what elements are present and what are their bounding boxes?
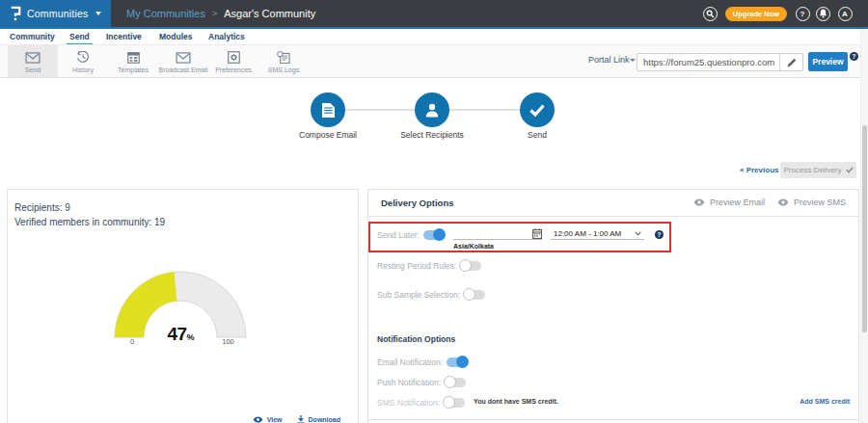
- gauge-value: 47%: [106, 325, 256, 347]
- eye-icon: [693, 198, 705, 206]
- templates-grid-icon: [127, 50, 140, 64]
- toolbar-preferences-label: Preferences: [215, 66, 252, 73]
- preview-help-icon[interactable]: ?: [850, 52, 858, 61]
- previous-link[interactable]: « Previous: [740, 166, 778, 174]
- portal-url-box: [637, 53, 803, 71]
- sms-notification-row: SMS Notification:: [377, 396, 465, 409]
- upgrade-now-button[interactable]: Upgrade Now: [725, 7, 787, 21]
- view-link[interactable]: View: [253, 415, 283, 423]
- toolbar-sms-logs-label: SMS Logs: [268, 66, 299, 73]
- portal-url-input[interactable]: [637, 57, 779, 67]
- send-later-label: Send Later:: [377, 230, 420, 240]
- verified-members-count: Verified members in community: 19: [14, 217, 165, 227]
- avatar: A: [842, 10, 848, 18]
- step-label-compose-email: Compose Email: [270, 130, 386, 140]
- delivery-options-header: Delivery Options Preview Email Preview S…: [367, 189, 859, 217]
- toolbar-preferences-button[interactable]: Preferences: [208, 45, 258, 77]
- preview-button[interactable]: Preview: [808, 52, 848, 71]
- resting-period-toggle[interactable]: [460, 261, 481, 271]
- panel-divider: [367, 419, 859, 420]
- toolbar-templates-label: Templates: [118, 66, 149, 73]
- help-button[interactable]: ?: [796, 7, 810, 21]
- step-send[interactable]: [520, 93, 555, 127]
- sms-notification-toggle[interactable]: [444, 398, 465, 408]
- preview-email-link[interactable]: Preview Email: [693, 198, 765, 207]
- preview-sms-label: Preview SMS: [794, 198, 846, 207]
- stepper-connector: [449, 109, 520, 111]
- toolbar-send-button[interactable]: Send: [8, 45, 58, 77]
- bell-icon: [819, 9, 827, 18]
- nav-tab-modules[interactable]: Modules: [156, 32, 195, 43]
- toolbar-broadcast-email-button[interactable]: Broadcast Email: [158, 45, 208, 77]
- search-icon: [706, 10, 715, 18]
- toolbar-history-label: History: [72, 66, 94, 73]
- sms-logs-icon: [277, 50, 290, 64]
- gauge-value-number: 47: [167, 324, 186, 344]
- document-icon: [321, 102, 336, 119]
- product-switcher[interactable]: Communities: [0, 0, 111, 27]
- send-later-date-input[interactable]: [453, 227, 542, 240]
- toolbar-sms-logs-button[interactable]: SMS Logs: [258, 45, 309, 77]
- time-range-select[interactable]: 12:00 AM - 1:00 AM: [551, 227, 644, 240]
- stepper-connector: [345, 109, 415, 111]
- sub-sample-row: Sub Sample Selection:: [377, 288, 485, 301]
- toggle-knob: [433, 228, 446, 241]
- send-toolbar: Send History Templates Broadcast Email P…: [0, 44, 868, 78]
- step-select-recipients[interactable]: [415, 93, 449, 127]
- resting-period-row: Resting Period Rules:: [377, 259, 481, 272]
- resting-period-label: Resting Period Rules:: [377, 261, 456, 271]
- portal-link-dropdown[interactable]: Portal Link: [588, 55, 630, 65]
- broadcast-envelope-icon: [176, 50, 191, 64]
- search-button[interactable]: [703, 7, 718, 21]
- chevron-down-icon: [630, 59, 636, 62]
- eye-icon: [253, 416, 263, 423]
- push-notification-row: Push Notification:: [377, 376, 466, 388]
- step-label-send: Send: [479, 130, 595, 140]
- toolbar-broadcast-email-label: Broadcast Email: [159, 66, 208, 73]
- nav-tab-incentive[interactable]: Incentive: [103, 32, 145, 43]
- download-link[interactable]: Download: [297, 415, 340, 423]
- nav-tab-analytics[interactable]: Analytics: [205, 32, 248, 43]
- product-name: Communities: [27, 8, 88, 19]
- process-delivery-label: Process Delivery: [783, 166, 841, 174]
- push-notification-label: Push Notification:: [377, 378, 441, 387]
- add-sms-credit-link[interactable]: Add SMS credit: [800, 398, 850, 405]
- preview-email-label: Preview Email: [710, 198, 765, 207]
- page-scrollbar-thumb[interactable]: [862, 125, 867, 332]
- toolbar-history-button[interactable]: History: [58, 45, 108, 77]
- nav-tab-send[interactable]: Send: [67, 32, 93, 45]
- send-later-toggle[interactable]: [423, 230, 445, 240]
- check-icon: [846, 167, 854, 173]
- view-label: View: [267, 416, 283, 423]
- timezone-label: Asia/Kolkata: [453, 243, 494, 250]
- account-button[interactable]: A: [838, 7, 853, 21]
- history-clock-icon: [76, 50, 90, 64]
- toggle-knob: [463, 288, 475, 301]
- sms-notification-label: SMS Notification:: [377, 398, 440, 408]
- questionpro-logo-icon: [10, 5, 21, 23]
- sms-credit-note: You dont have SMS credit.: [474, 398, 558, 405]
- download-icon: [297, 415, 305, 423]
- gauge-value-unit: %: [187, 332, 195, 342]
- nav-tab-community[interactable]: Community: [7, 32, 58, 43]
- email-notification-toggle[interactable]: [447, 357, 468, 367]
- toolbar-templates-button[interactable]: Templates: [108, 45, 158, 77]
- breadcrumb-current: Asgar's Community: [224, 8, 315, 19]
- push-notification-toggle[interactable]: [445, 378, 466, 387]
- eye-icon: [777, 198, 789, 206]
- sub-sample-toggle[interactable]: [464, 290, 485, 300]
- notification-options-title: Notification Options: [377, 334, 455, 344]
- gear-icon: [228, 50, 240, 64]
- preview-sms-link[interactable]: Preview SMS: [777, 198, 846, 207]
- breadcrumb-parent-link[interactable]: My Communities: [126, 8, 205, 19]
- edit-url-button[interactable]: [779, 54, 802, 70]
- send-later-help-icon[interactable]: ?: [655, 230, 664, 239]
- toggle-knob: [459, 259, 472, 272]
- envelope-icon: [25, 50, 41, 64]
- step-label-select-recipients: Select Recipients: [374, 130, 490, 140]
- pencil-icon: [787, 58, 797, 67]
- step-compose-email[interactable]: [311, 93, 345, 127]
- breadcrumb: My Communities > Asgar's Community: [126, 0, 315, 27]
- notifications-button[interactable]: [816, 7, 830, 21]
- toolbar-send-label: Send: [25, 66, 41, 73]
